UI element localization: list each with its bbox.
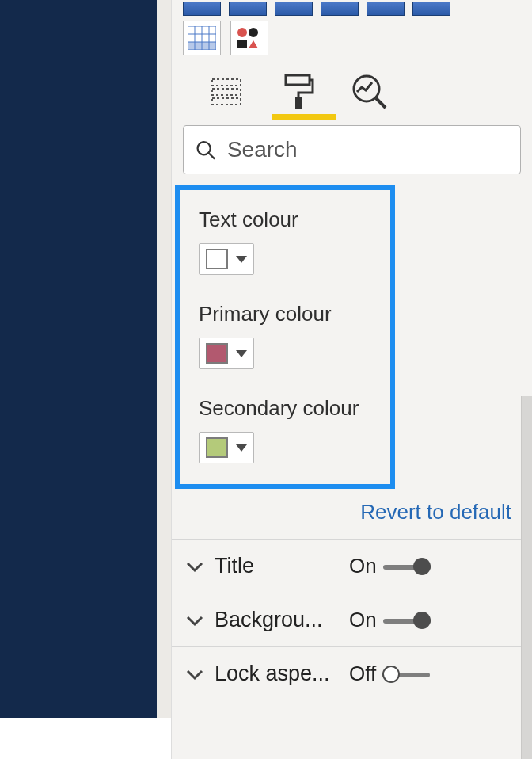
toggle-state-text: On <box>349 554 377 578</box>
svg-rect-13 <box>286 75 310 85</box>
chevron-down-icon <box>236 350 247 357</box>
report-canvas-edge <box>157 0 171 718</box>
viz-tile-matrix-icon[interactable] <box>183 21 221 55</box>
paint-roller-icon <box>281 74 314 109</box>
svg-rect-10 <box>212 79 241 86</box>
lock-aspect-toggle[interactable] <box>382 666 430 683</box>
svg-rect-14 <box>295 97 302 109</box>
search-container <box>183 125 521 174</box>
analytics-magnifier-icon <box>351 73 387 109</box>
viz-tile-icon[interactable] <box>321 2 359 16</box>
accordion-lock-aspect[interactable]: Lock aspe... Off <box>172 646 532 700</box>
svg-point-7 <box>238 28 247 37</box>
svg-point-17 <box>198 142 211 154</box>
viz-tile-icon[interactable] <box>367 2 405 16</box>
visualizations-format-pane: Text colour Primary colour Secondary col… <box>171 0 532 759</box>
text-colour-picker[interactable] <box>199 243 254 275</box>
primary-colour-picker[interactable] <box>199 338 254 369</box>
toggle-state-text: On <box>349 608 377 632</box>
primary-colour-swatch <box>206 343 228 364</box>
viz-tile-icon[interactable] <box>275 2 313 16</box>
report-canvas-pane <box>0 0 171 718</box>
primary-colour-label: Primary colour <box>199 302 371 326</box>
accordion-label: Backgrou... <box>215 608 349 632</box>
search-box[interactable] <box>183 125 521 174</box>
report-canvas-bottom <box>0 718 171 759</box>
svg-rect-6 <box>188 42 216 50</box>
svg-rect-9 <box>238 40 247 48</box>
secondary-colour-swatch <box>206 437 228 458</box>
viz-tile-icon[interactable] <box>412 2 450 16</box>
accordion-background[interactable]: Backgrou... On <box>172 593 532 646</box>
viz-gallery-row-partial <box>172 0 532 16</box>
title-toggle[interactable] <box>383 558 431 575</box>
chevron-down-icon <box>236 256 247 263</box>
accordion-label: Title <box>215 554 349 578</box>
viz-tile-icon[interactable] <box>229 2 267 16</box>
fields-tab[interactable] <box>207 71 246 111</box>
svg-point-8 <box>249 28 258 37</box>
search-input[interactable] <box>227 137 509 162</box>
chevron-down-icon <box>186 560 203 573</box>
accordion-title[interactable]: Title On <box>172 539 532 593</box>
title-toggle-wrap: On <box>349 554 431 578</box>
pane-tabs <box>172 63 532 120</box>
analytics-tab[interactable] <box>349 71 389 111</box>
text-colour-swatch <box>206 249 228 269</box>
colour-section-highlight: Text colour Primary colour Secondary col… <box>175 185 395 489</box>
secondary-colour-picker[interactable] <box>199 432 254 463</box>
pane-scrollbar[interactable] <box>521 396 532 759</box>
format-tab[interactable] <box>278 71 317 111</box>
text-colour-label: Text colour <box>199 208 371 232</box>
report-canvas-dark[interactable] <box>0 0 157 718</box>
background-toggle-wrap: On <box>349 608 431 632</box>
viz-tile-custom-icon[interactable] <box>230 21 268 55</box>
chevron-down-icon <box>186 668 203 681</box>
accordion-label: Lock aspe... <box>215 662 349 686</box>
background-toggle[interactable] <box>383 612 431 629</box>
chevron-down-icon <box>186 614 203 627</box>
viz-gallery-row <box>172 16 532 63</box>
chevron-down-icon <box>236 444 247 452</box>
svg-rect-11 <box>212 89 241 95</box>
svg-line-16 <box>376 98 386 108</box>
svg-rect-12 <box>212 98 241 105</box>
fields-icon <box>210 76 243 106</box>
revert-to-default-container: Revert to default <box>172 489 532 539</box>
search-icon <box>195 138 216 162</box>
toggle-state-text: Off <box>349 662 376 686</box>
secondary-colour-label: Secondary colour <box>199 396 371 421</box>
svg-line-18 <box>209 153 215 158</box>
viz-tile-icon[interactable] <box>183 2 221 16</box>
revert-to-default-link[interactable]: Revert to default <box>360 500 511 524</box>
lock-aspect-toggle-wrap: Off <box>349 662 430 686</box>
